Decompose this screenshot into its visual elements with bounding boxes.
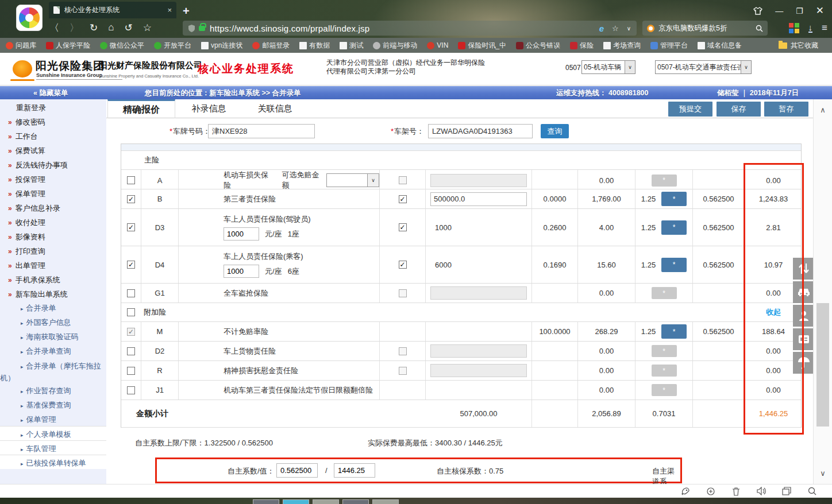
os-taskbar[interactable] <box>0 498 832 504</box>
sidebar-subitem[interactable]: ▸合并录单 <box>0 300 106 315</box>
new-tab-button[interactable]: + <box>183 5 190 18</box>
sidebar-item[interactable]: »工作台 <box>0 128 106 142</box>
page-search-icon[interactable] <box>807 486 817 497</box>
sidebar-item[interactable]: »客户信息补录 <box>0 200 106 214</box>
back-icon[interactable]: 〈 <box>49 21 59 34</box>
search-magnifier-icon[interactable] <box>756 25 763 32</box>
vin-input[interactable] <box>428 124 533 138</box>
sidebar-item[interactable]: »保单管理 <box>0 185 106 200</box>
insured-amount-input[interactable] <box>430 192 527 206</box>
tab-close-icon[interactable]: × <box>164 6 172 14</box>
sidebar-subitem[interactable]: ▸海南获取验证码 <box>0 329 106 343</box>
addon-section-checkbox[interactable] <box>127 308 135 316</box>
bookmark-item[interactable]: 有数据 <box>299 41 330 51</box>
sidebar-item[interactable]: »反洗钱待办事项 <box>0 157 106 171</box>
sidebar-subitem[interactable]: ▸合并录单（摩托车拖拉机） <box>0 358 106 383</box>
sidebar-subitem[interactable]: ▸外国客户信息 <box>0 315 106 329</box>
bookmark-star-icon[interactable]: ☆ <box>612 24 619 33</box>
bookmark-item[interactable]: 公众号错误 <box>516 41 560 51</box>
coverage-checkbox[interactable] <box>127 347 135 355</box>
hide-menu-link[interactable]: « 隐藏菜单 <box>33 88 68 98</box>
query-button[interactable]: 查询 <box>541 124 569 138</box>
amount-checkbox[interactable] <box>399 289 407 297</box>
dropdown-chevron-icon[interactable]: ∨ <box>627 25 631 32</box>
bookmark-item[interactable]: 前端与移动 <box>373 41 417 51</box>
presubmit-button[interactable]: 预提交 <box>668 102 712 117</box>
vehicle-class-select[interactable]: 05-机动车辆 ∨ <box>581 60 635 74</box>
sidebar-subitem[interactable]: ▸合并录单查询 <box>0 343 106 358</box>
amount-checkbox[interactable] <box>399 176 407 184</box>
draft-button[interactable]: 暂存 <box>764 102 808 117</box>
close-button[interactable]: ✕ <box>816 5 824 17</box>
bookmark-item[interactable]: 问题库 <box>6 41 36 51</box>
tab-related-info[interactable]: 关联信息 <box>242 99 308 118</box>
taskbar-window[interactable] <box>342 499 369 504</box>
apps-grid-icon[interactable] <box>789 23 799 33</box>
bookmark-item[interactable]: 管理平台 <box>650 41 688 51</box>
product-select[interactable]: 0507-机动车交通事故责任强 ∨ <box>655 60 752 74</box>
undo-icon[interactable]: ↺ <box>125 22 133 34</box>
download-icon[interactable]: ↓ <box>808 24 813 33</box>
collapse-link[interactable]: 收起 <box>766 307 781 317</box>
search-box[interactable]: 京东电脑数码爆款5折 <box>642 21 768 36</box>
sidebar-item[interactable]: »打印查询 <box>0 243 106 257</box>
multiply-button[interactable]: * <box>661 220 687 235</box>
favorite-icon[interactable]: ☆ <box>143 22 152 34</box>
menu-icon[interactable]: ≡ <box>822 22 827 34</box>
amount-checkbox[interactable]: ✓ <box>399 261 407 269</box>
coverage-checkbox[interactable]: ✓ <box>127 261 135 269</box>
person-icon[interactable] <box>793 305 814 327</box>
bookmark-item[interactable]: 人保学平险 <box>46 41 90 51</box>
maximize-button[interactable]: ❐ <box>796 6 803 15</box>
trash-icon[interactable] <box>731 486 741 497</box>
factor-input[interactable] <box>276 463 318 478</box>
bookmark-item[interactable]: 域名信息备 <box>698 41 742 51</box>
sidebar-item[interactable]: »保费试算 <box>0 142 106 157</box>
seat-amount-input[interactable] <box>224 227 259 241</box>
sidebar-subitem[interactable]: ▸基准保费查询 <box>0 397 106 412</box>
sidebar-subitem[interactable]: ▸个人录单模板 <box>0 426 106 440</box>
coverage-checkbox[interactable] <box>127 386 135 394</box>
bookmark-item[interactable]: 邮箱登录 <box>252 41 290 51</box>
taskbar-window[interactable] <box>313 499 339 504</box>
amount-checkbox[interactable]: ✓ <box>399 195 407 203</box>
sidebar-subitem[interactable]: ▸车队管理 <box>0 440 106 455</box>
search-suggestion-text[interactable]: 京东电脑数码爆款5折 <box>658 24 752 33</box>
deductible-select[interactable]: ∨ <box>326 173 379 187</box>
bookmark-item[interactable]: VIN <box>427 41 448 49</box>
browser-logo[interactable] <box>16 5 43 31</box>
taskbar-window[interactable] <box>372 499 399 504</box>
other-bookmarks-folder[interactable]: 其它收藏 <box>779 41 826 51</box>
address-bar[interactable]: https://wwcd.sinosig.com/prpall/index.js… <box>183 21 637 36</box>
coverage-checkbox[interactable]: ✓ <box>127 195 135 203</box>
multiply-button[interactable]: * <box>661 324 687 339</box>
sidebar-item[interactable]: »手机承保系统 <box>0 272 106 286</box>
bookmark-item[interactable]: vpn连接状 <box>201 41 242 51</box>
value-input[interactable] <box>334 463 375 478</box>
sidebar-subitem[interactable]: ▸保单管理 <box>0 412 106 426</box>
amount-checkbox[interactable] <box>399 367 407 375</box>
bookmark-item[interactable]: 保险时讯_中 <box>458 41 506 51</box>
sidebar-subitem[interactable]: ▸已核投保单转保单 <box>0 455 106 469</box>
bookmark-item[interactable]: 测试 <box>340 41 363 51</box>
multiply-button[interactable]: * <box>661 258 687 272</box>
sidebar-item[interactable]: »投保管理 <box>0 171 106 185</box>
bookmark-item[interactable]: 开放平台 <box>154 41 191 51</box>
tab-supplementary-info[interactable]: 补录信息 <box>176 99 242 118</box>
speaker-icon[interactable] <box>756 486 766 497</box>
sidebar-item[interactable]: »收付处理 <box>0 214 106 228</box>
forward-icon[interactable]: 〉 <box>70 21 79 34</box>
tab-accurate-quote[interactable]: 精确报价 <box>107 99 175 118</box>
zoom-add-icon[interactable] <box>706 486 716 497</box>
sidebar-item[interactable]: »新车险出单系统 <box>0 286 106 300</box>
taskbar-window[interactable] <box>253 499 279 504</box>
bookmark-item[interactable]: 考场查询 <box>603 41 641 51</box>
umbrella-icon[interactable] <box>793 352 814 374</box>
multiply-button[interactable]: * <box>661 192 687 206</box>
url-text[interactable]: https://wwcd.sinosig.com/prpall/index.js… <box>210 24 599 33</box>
skin-icon[interactable] <box>753 7 762 15</box>
card-icon[interactable] <box>793 328 814 350</box>
sidebar-subitem[interactable]: ▸作业暂存查询 <box>0 383 106 397</box>
bookmark-item[interactable]: 微信公众平 <box>100 41 144 51</box>
amount-checkbox[interactable]: ✓ <box>399 223 407 231</box>
